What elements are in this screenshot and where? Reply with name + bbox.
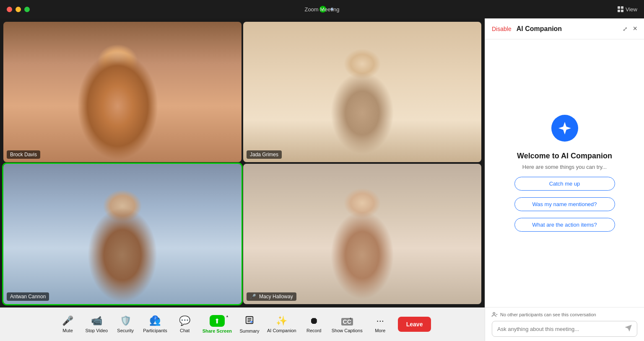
ai-input-area[interactable]: [492, 321, 637, 337]
participant-video-2: [243, 22, 481, 162]
toolbar-stop-video[interactable]: ▲ 📹 Stop Video: [82, 311, 112, 338]
participants-icon: ▲ 👥 2: [149, 315, 161, 326]
share-screen-label: Share Screen: [203, 328, 232, 333]
ai-welcome-subtitle: Here are some things you can try...: [522, 164, 607, 170]
suggestion-action-items[interactable]: What are the action items?: [514, 218, 615, 232]
share-chevron: ▲: [226, 314, 229, 318]
participant-name-2: Jada Grimes: [247, 150, 282, 159]
stop-video-chevron: ▲: [98, 316, 101, 320]
participants-label: Participants: [143, 328, 167, 333]
mute-icon: ▲ 🎤: [62, 315, 73, 326]
captions-chevron: ▲: [349, 316, 352, 320]
ai-panel-header-right: ⤢ ×: [623, 24, 637, 33]
window-controls: [7, 7, 30, 12]
video-area: Brock Davis Jada Grimes Antwan Cannon: [0, 18, 485, 341]
leave-button[interactable]: Leave: [398, 317, 431, 332]
ai-panel-header: Disable AI Companion ⤢ ×: [485, 18, 644, 39]
mute-label: Mute: [62, 328, 73, 333]
mute-chevron: ▲: [69, 316, 73, 320]
send-icon[interactable]: [625, 325, 632, 333]
disable-button[interactable]: Disable: [492, 26, 512, 32]
toolbar-security[interactable]: 🛡️ Security: [111, 311, 140, 338]
stop-video-icon: ▲ 📹: [91, 315, 102, 326]
stop-video-label: Stop Video: [86, 328, 108, 333]
toolbar-record[interactable]: ⏺ Record: [300, 311, 328, 338]
main-layout: Brock Davis Jada Grimes Antwan Cannon: [0, 18, 644, 341]
video-cell-jada-grimes[interactable]: Jada Grimes: [243, 22, 481, 162]
video-grid: Brock Davis Jada Grimes Antwan Cannon: [0, 18, 485, 307]
record-label: Record: [306, 328, 321, 333]
toolbar: ▲ 🎤 Mute ▲ 📹 Stop Video 🛡️ Security ▲: [0, 307, 485, 341]
suggestion-name-mentioned[interactable]: Was my name mentioned?: [514, 197, 615, 211]
toolbar-show-captions[interactable]: ▲ CC Show Captions: [328, 311, 366, 338]
more-label: More: [375, 328, 385, 333]
toolbar-summary[interactable]: Summary: [235, 311, 264, 338]
ai-input-field[interactable]: [497, 326, 622, 332]
privacy-icon: [492, 312, 498, 318]
chat-icon: 💬: [179, 315, 190, 326]
chat-label: Chat: [180, 328, 190, 333]
ai-panel-content: Welcome to AI Companion Here are some th…: [485, 39, 644, 307]
participant-name-4: 🎤 Macy Halloway: [247, 292, 296, 301]
maximize-button[interactable]: [24, 7, 30, 12]
privacy-text: No other participants can see this conve…: [500, 312, 596, 317]
view-label: View: [626, 6, 637, 13]
minimize-button[interactable]: [16, 7, 21, 12]
captions-label: Show Captions: [332, 328, 363, 333]
titlebar: ✦ Zoom Meeting View: [0, 0, 644, 18]
privacy-note: No other participants can see this conve…: [492, 312, 637, 318]
view-button[interactable]: View: [618, 6, 637, 13]
toolbar-ai-companion[interactable]: ✨ AI Companion: [264, 311, 300, 338]
participant-name-3: Antwan Cannon: [7, 292, 49, 301]
close-panel-icon[interactable]: ×: [633, 24, 637, 33]
video-cell-brock-davis[interactable]: Brock Davis: [3, 22, 242, 162]
summary-label: Summary: [239, 328, 259, 333]
ai-panel-header-left: Disable AI Companion: [492, 25, 562, 33]
captions-icon: ▲ CC: [341, 315, 353, 326]
window-title: Zoom Meeting: [304, 6, 339, 13]
ai-companion-label: AI Companion: [267, 328, 296, 333]
share-screen-icon: ▲ ⬆: [210, 315, 225, 327]
security-icon: 🛡️: [120, 315, 131, 326]
ai-companion-icon: ✨: [276, 315, 287, 326]
security-label: Security: [117, 328, 134, 333]
grid-view-icon: [618, 6, 623, 12]
video-cell-antwan-cannon[interactable]: Antwan Cannon: [3, 164, 242, 304]
svg-point-4: [493, 313, 495, 315]
toolbar-more[interactable]: ··· More: [366, 311, 395, 338]
toolbar-chat[interactable]: 💬 Chat: [171, 311, 199, 338]
summary-icon: [245, 315, 254, 327]
participant-video-4: [243, 164, 481, 304]
ai-panel-title: AI Companion: [517, 25, 562, 33]
record-icon: ⏺: [309, 315, 319, 326]
ai-logo-icon: [551, 115, 578, 142]
muted-mic-icon: 🎤: [250, 294, 256, 300]
svg-marker-7: [626, 325, 631, 331]
ai-panel-footer: No other participants can see this conve…: [485, 307, 644, 341]
toolbar-share-screen[interactable]: ▲ ⬆ Share Screen: [199, 311, 235, 338]
participant-video-1: [3, 22, 242, 162]
popout-icon[interactable]: ⤢: [623, 26, 628, 32]
toolbar-mute[interactable]: ▲ 🎤 Mute: [54, 311, 82, 338]
toolbar-participants[interactable]: ▲ 👥 2 Participants: [140, 311, 170, 338]
participant-video-3: [3, 164, 242, 304]
more-icon: ···: [377, 315, 384, 326]
close-button[interactable]: [7, 7, 12, 12]
suggestion-catch-me-up[interactable]: Catch me up: [514, 177, 615, 191]
participant-name-1: Brock Davis: [7, 150, 40, 159]
ai-companion-panel: Disable AI Companion ⤢ × Welcome to AI C…: [485, 18, 644, 341]
ai-welcome-title: Welcome to AI Companion: [517, 152, 612, 160]
video-cell-macy-halloway[interactable]: 🎤 Macy Halloway: [243, 164, 481, 304]
